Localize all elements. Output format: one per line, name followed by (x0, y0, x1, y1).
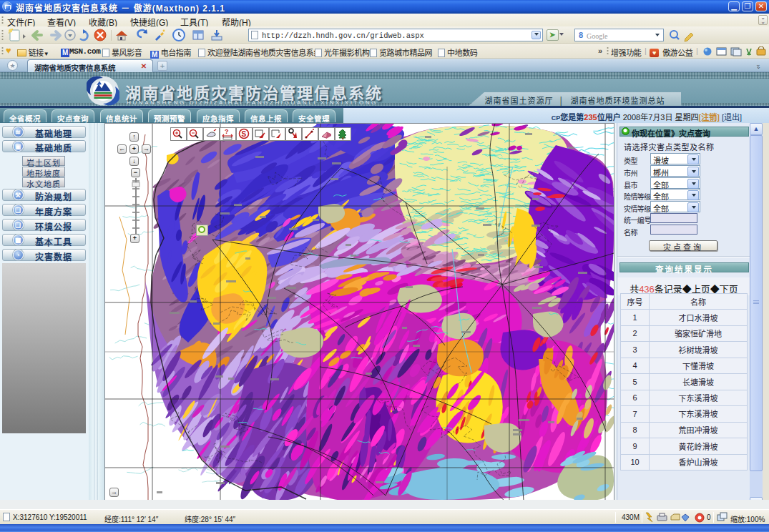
svg-text:?: ? (225, 128, 229, 135)
svg-text:S: S (242, 130, 247, 138)
